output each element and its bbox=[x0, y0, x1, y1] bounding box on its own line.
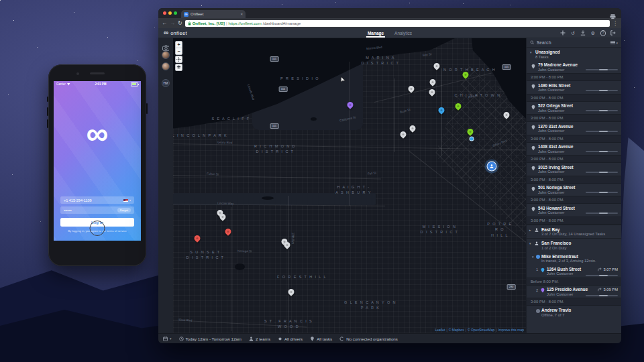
attribution-link[interactable]: Leaflet bbox=[435, 328, 445, 332]
onfleet-brand[interactable]: ∞ onfleet bbox=[164, 29, 187, 36]
download-icon[interactable] bbox=[580, 30, 586, 36]
task-row[interactable]: 543 Howard Street John Customer bbox=[527, 204, 621, 217]
tab-manage[interactable]: Manage bbox=[366, 31, 385, 36]
gear-icon[interactable]: ⚙ bbox=[590, 30, 596, 36]
filter-label: All tasks bbox=[317, 337, 332, 341]
driver-location-marker[interactable] bbox=[487, 162, 497, 172]
dashboard-map[interactable]: M A R I N A D I S T R I C TN O R T H B E… bbox=[173, 38, 526, 333]
map-task-pin-green[interactable] bbox=[463, 72, 469, 78]
assigned-task-row[interactable]: 2 125 Presidio Avenue John Customer 3:09… bbox=[527, 286, 621, 298]
browser-tab[interactable]: ∞ Onfleet × bbox=[181, 10, 246, 18]
team-header[interactable]: ▾ San Francisco 1 of 2 On Duty bbox=[527, 238, 621, 252]
map-street-label: Noriega St bbox=[237, 249, 252, 253]
browser-tab-strip: ∞ Onfleet × bbox=[158, 8, 621, 18]
attribution-link[interactable]: Improve this map bbox=[498, 328, 524, 332]
logout-icon[interactable] bbox=[610, 30, 616, 36]
minimize-window-button[interactable] bbox=[168, 11, 172, 15]
back-icon[interactable]: ← bbox=[162, 21, 167, 26]
filter-org[interactable]: No connected organizations bbox=[339, 337, 398, 341]
map-street-label: Fulton St bbox=[207, 172, 219, 176]
task-window-label: 3:00 PM - 8:00 PM. bbox=[527, 176, 621, 184]
us-flag-icon[interactable] bbox=[123, 199, 128, 202]
assigned-task-row[interactable]: 1 1264 Bush Street John Customer 3:07 PM bbox=[527, 265, 621, 278]
driver-status-dot bbox=[536, 255, 540, 259]
refresh-icon[interactable]: ↻ bbox=[178, 21, 182, 26]
task-row[interactable]: 1370 31st Avenue John Customer bbox=[527, 122, 621, 135]
history-icon[interactable]: ↺ bbox=[570, 30, 576, 36]
filter-driver[interactable]: All drivers bbox=[278, 337, 303, 341]
team-header[interactable]: ▸ East Bay 3 of 7 On Duty, 14 Unassigned… bbox=[527, 225, 621, 239]
zoom-in-button[interactable]: + bbox=[176, 42, 182, 48]
browser-menu-icon[interactable]: ⋮ bbox=[612, 20, 618, 26]
unassigned-section-header[interactable]: ▾ Unassigned 8 Tasks bbox=[527, 48, 621, 61]
highway-shield: 101 bbox=[502, 64, 511, 70]
close-window-button[interactable] bbox=[163, 11, 166, 15]
filter-calendar[interactable]: ▾ bbox=[163, 337, 172, 341]
map-task-pin-white[interactable] bbox=[409, 86, 415, 92]
map-task-pin-white[interactable] bbox=[434, 63, 440, 69]
map-task-pin-white[interactable] bbox=[430, 79, 436, 85]
collapse-caret-icon[interactable]: ▾ bbox=[529, 241, 531, 245]
battery-icon bbox=[131, 82, 138, 86]
password-field[interactable]: •••••• Forgot bbox=[60, 206, 134, 214]
list-view-toggle[interactable]: ▾ bbox=[610, 41, 618, 45]
driver-avatar[interactable] bbox=[162, 62, 170, 70]
task-row[interactable]: 522 Ortega Street John Customer bbox=[527, 102, 621, 115]
filter-teams[interactable]: 2 teams bbox=[249, 337, 270, 341]
task-address: 501 Noriega Street bbox=[538, 185, 617, 190]
map-task-pin-white[interactable] bbox=[400, 131, 407, 137]
filter-task[interactable]: All tasks bbox=[310, 337, 332, 341]
search-bar[interactable]: Search ▾ bbox=[527, 38, 621, 48]
browser-toolbar: ← → ↻ Onfleet, Inc. [US] | https://onfle… bbox=[158, 18, 621, 28]
phone-number-field[interactable]: +1 415-294-1109 ▾ bbox=[60, 196, 134, 204]
zoom-out-button[interactable]: − bbox=[176, 48, 182, 54]
window-controls[interactable] bbox=[158, 8, 181, 18]
collapse-caret-icon[interactable]: ▾ bbox=[530, 50, 532, 54]
maximize-window-button[interactable] bbox=[174, 11, 177, 15]
attribution-link[interactable]: © OpenStreetMap bbox=[468, 328, 494, 332]
map-task-pin-purple[interactable] bbox=[347, 102, 354, 108]
collapse-caret-icon[interactable]: ▸ bbox=[529, 228, 531, 232]
map-task-pin-red[interactable] bbox=[195, 235, 201, 241]
attribution-separator: | bbox=[496, 328, 496, 332]
map-task-dot-blue[interactable] bbox=[470, 137, 474, 141]
map-task-pin-white[interactable] bbox=[429, 89, 435, 95]
task-window-bar bbox=[586, 275, 618, 276]
map-task-pin-blue[interactable] bbox=[439, 107, 445, 113]
task-row[interactable]: 79 Madrone Avenue John Customer bbox=[527, 61, 621, 74]
map-layers-control[interactable] bbox=[175, 64, 182, 71]
help-icon[interactable]: ? bbox=[600, 30, 606, 36]
map-task-pin-white[interactable] bbox=[410, 125, 416, 131]
driver-avatar[interactable] bbox=[162, 51, 170, 59]
map-task-pin-white[interactable] bbox=[288, 289, 294, 295]
task-row[interactable]: 501 Noriega Street John Customer bbox=[527, 184, 621, 196]
map-task-pin-red[interactable] bbox=[225, 229, 231, 235]
camera-icon[interactable] bbox=[162, 42, 170, 48]
search-input[interactable]: Search bbox=[537, 40, 608, 45]
forgot-password-button[interactable]: Forgot bbox=[117, 208, 131, 213]
tab-analytics[interactable]: Analytics bbox=[393, 31, 413, 36]
task-window-label: Before 8:00 PM. bbox=[527, 278, 621, 286]
address-bar[interactable]: Onfleet, Inc. [US] | https://onfleet.com… bbox=[185, 20, 610, 27]
attribution-link[interactable]: © Mapbox bbox=[449, 328, 464, 332]
map-region-label: G L E N C A N Y O N P A R K bbox=[344, 300, 396, 311]
print-icon[interactable] bbox=[610, 10, 616, 15]
map-locate-control[interactable] bbox=[175, 56, 182, 63]
map-task-pin-white[interactable] bbox=[504, 112, 510, 118]
driver-row[interactable]: ▾ Mike Ehrmentraut In transit, 2 of 3, A… bbox=[527, 252, 621, 265]
forward-icon[interactable]: → bbox=[170, 21, 175, 26]
collapse-caret-icon[interactable]: ▾ bbox=[532, 255, 534, 259]
filter-clock[interactable]: Today 12am - Tomorrow 12am bbox=[179, 337, 241, 341]
task-row[interactable]: 1490 Ellis Street John Customer bbox=[527, 81, 621, 94]
plus-icon[interactable] bbox=[560, 30, 566, 36]
task-row[interactable]: 1408 31st Avenue John Customer bbox=[527, 143, 621, 156]
map-task-pin-green[interactable] bbox=[455, 103, 462, 109]
driver-row[interactable]: Andrew Travis Offline, 7 of 7 bbox=[527, 306, 621, 319]
avatar-initials[interactable]: HM bbox=[162, 79, 170, 87]
tab-close-icon[interactable]: × bbox=[240, 12, 243, 16]
map-task-pin-white[interactable] bbox=[284, 242, 290, 248]
map-task-pin-white[interactable] bbox=[220, 214, 226, 220]
map-task-pin-green[interactable] bbox=[468, 129, 474, 135]
map-road bbox=[394, 78, 395, 152]
task-row[interactable]: 3015 Irving Street John Customer bbox=[527, 163, 621, 176]
